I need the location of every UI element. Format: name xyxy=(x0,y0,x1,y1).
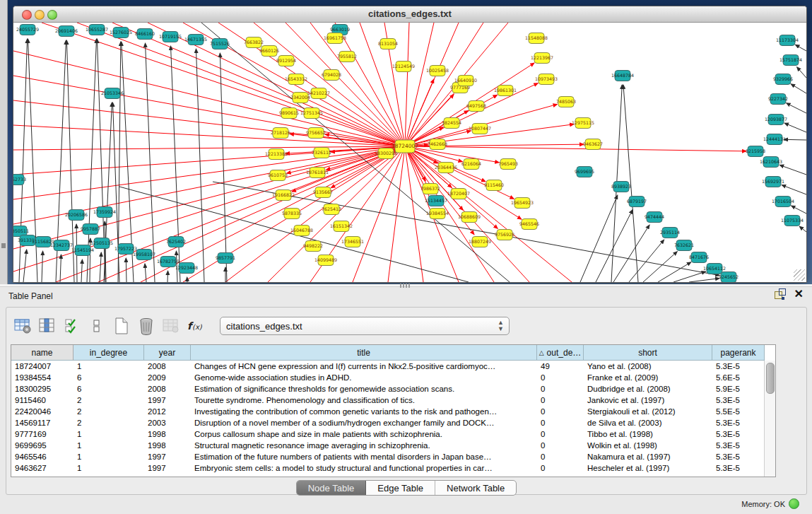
table-cell[interactable]: Nakamura et al. (1997) xyxy=(584,451,712,462)
column-header-name[interactable]: name xyxy=(11,345,73,361)
graph-node[interactable]: 18720407 xyxy=(447,189,470,199)
graph-node[interactable]: 2718126 xyxy=(271,128,290,139)
graph-edge[interactable] xyxy=(13,146,405,150)
table-cell[interactable]: Investigating the contribution of common… xyxy=(191,406,537,417)
table-cell[interactable]: 1 xyxy=(73,361,144,372)
table-cell[interactable]: 5.3E-5 xyxy=(712,361,765,372)
table-cell[interactable]: 18300295 xyxy=(11,383,73,395)
table-cell[interactable]: Yano et al. (2008) xyxy=(584,361,712,372)
table-cell[interactable]: Stergiakouli et al. (2012) xyxy=(584,406,712,417)
window-resize-grip[interactable] xyxy=(794,269,805,281)
graph-node[interactable]: 5878335 xyxy=(282,209,302,219)
graph-node[interactable]: 16648784 xyxy=(611,71,634,81)
graph-node[interactable]: 12093877 xyxy=(765,115,787,125)
network-canvas[interactable]: 2405572920691406106552871527602584661601… xyxy=(13,23,806,282)
graph-edge[interactable] xyxy=(81,259,82,282)
table-cell[interactable]: 9465546 xyxy=(11,451,73,462)
graph-node[interactable]: 17016504 xyxy=(772,197,794,207)
graph-node[interactable]: 12124549 xyxy=(392,62,415,72)
graph-edge[interactable] xyxy=(100,252,101,282)
table-cell[interactable]: 5.3E-5 xyxy=(712,440,765,451)
table-cell[interactable]: Estimation of the future numbers of pati… xyxy=(191,451,537,462)
table-cell[interactable]: 0 xyxy=(537,372,584,383)
graph-node[interactable]: 10973493 xyxy=(535,74,558,85)
table-row[interactable]: 911546021997Tourette syndrome. Phenomeno… xyxy=(11,395,765,406)
close-icon[interactable]: ✕ xyxy=(794,288,804,300)
graph-edge[interactable] xyxy=(13,146,405,249)
graph-edge[interactable] xyxy=(42,251,43,282)
graph-node[interactable]: 16151342 xyxy=(330,221,353,232)
table-cell[interactable]: Dudbridge et al. (2008) xyxy=(584,383,712,395)
table-cell[interactable]: 2 xyxy=(73,395,144,406)
column-visibility-icon[interactable] xyxy=(37,316,58,336)
graph-node[interactable]: 12923448 xyxy=(175,263,198,274)
table-cell[interactable]: 0 xyxy=(537,428,584,440)
table-cell[interactable]: Tibbo et al. (1998) xyxy=(584,428,712,440)
graph-node[interactable]: 16210643 xyxy=(760,157,782,168)
column-header-year[interactable]: year xyxy=(144,345,191,361)
graph-node[interactable]: 9465546 xyxy=(519,219,539,230)
graph-node[interactable]: 15751874 xyxy=(779,55,802,66)
table-cell[interactable]: 9699695 xyxy=(11,440,73,451)
graph-node[interactable]: 18807249 xyxy=(469,237,491,247)
table-row[interactable]: 1872400712008Changes of HCN gene express… xyxy=(11,361,765,372)
graph-node[interactable]: 9660126 xyxy=(259,46,279,57)
table-cell[interactable]: 2008 xyxy=(144,361,191,372)
table-cell[interactable]: 19384554 xyxy=(11,372,73,383)
graph-edge[interactable] xyxy=(405,146,499,163)
graph-node[interactable]: 10025458 xyxy=(426,66,449,76)
graph-edge[interactable] xyxy=(196,49,204,282)
graph-edge[interactable] xyxy=(167,271,168,282)
table-cell[interactable]: 1997 xyxy=(144,451,191,462)
graph-node[interactable]: 9857791 xyxy=(216,253,235,264)
table-cell[interactable]: 9777169 xyxy=(11,428,73,440)
network-view-window[interactable]: citations_edges.txt 24055729206914061065… xyxy=(13,6,807,283)
graph-edge[interactable] xyxy=(405,23,434,146)
graph-edge[interactable] xyxy=(112,103,119,282)
graph-node[interactable]: 8938923 xyxy=(611,182,631,192)
table-cell[interactable]: 2 xyxy=(73,417,144,428)
graph-node[interactable]: 16543312 xyxy=(285,74,307,85)
tab-edge-table[interactable]: Edge Table xyxy=(366,481,435,495)
table-cell[interactable]: 1 xyxy=(73,462,144,474)
table-options-icon[interactable] xyxy=(12,316,33,336)
graph-edge[interactable] xyxy=(779,165,806,175)
graph-edge[interactable] xyxy=(353,146,405,282)
table-cell[interactable]: 1998 xyxy=(144,428,191,440)
table-row[interactable]: 1456911722003Disruption of a novel membe… xyxy=(11,417,765,428)
table-cell[interactable]: 1 xyxy=(73,451,144,462)
table-cell[interactable]: 0 xyxy=(537,395,584,406)
divider-grip-icon[interactable] xyxy=(400,284,410,288)
graph-node[interactable]: 17346551 xyxy=(341,237,364,247)
graph-node[interactable]: 6216064 xyxy=(461,159,481,170)
table-cell[interactable]: 49 xyxy=(537,361,584,372)
table-cell[interactable]: 9463627 xyxy=(11,462,73,474)
graph-edge[interactable] xyxy=(689,279,719,282)
graph-node[interactable]: 12505135 xyxy=(90,238,113,249)
network-table-select[interactable]: citations_edges.txt ▲▼ xyxy=(220,317,510,335)
graph-edge[interactable] xyxy=(104,103,112,282)
graph-node[interactable]: 9610753 xyxy=(268,170,288,181)
graph-edge[interactable] xyxy=(613,225,649,282)
graph-node[interactable]: 7955812 xyxy=(337,52,357,62)
table-cell[interactable]: 5.3E-5 xyxy=(712,395,765,406)
graph-node[interactable]: 7326111 xyxy=(312,148,331,158)
scrollbar-thumb[interactable] xyxy=(766,363,775,394)
graph-edge[interactable] xyxy=(629,240,664,282)
new-table-icon[interactable] xyxy=(111,316,132,336)
graph-node[interactable]: 18724007 xyxy=(392,140,418,153)
graph-node[interactable]: 11075334 xyxy=(781,216,804,226)
graph-node[interactable]: 10719155 xyxy=(159,32,182,42)
network-window-titlebar[interactable]: citations_edges.txt xyxy=(13,6,806,23)
table-row[interactable]: 946554611997Estimation of the future num… xyxy=(11,451,765,462)
table-cell[interactable]: 2009 xyxy=(144,372,191,383)
panel-expand-handle-icon[interactable] xyxy=(1,243,6,248)
table-cell[interactable]: Structural magnetic resonance image aver… xyxy=(191,440,537,451)
graph-edge[interactable] xyxy=(146,43,155,282)
graph-node[interactable]: 24055729 xyxy=(16,25,39,35)
graph-edge[interactable] xyxy=(797,67,806,78)
graph-node[interactable]: 20206586 xyxy=(65,210,88,221)
graph-node[interactable]: 6879197 xyxy=(627,197,647,207)
graph-node[interactable]: 9890615 xyxy=(279,108,299,119)
graph-edge[interactable] xyxy=(799,226,806,232)
